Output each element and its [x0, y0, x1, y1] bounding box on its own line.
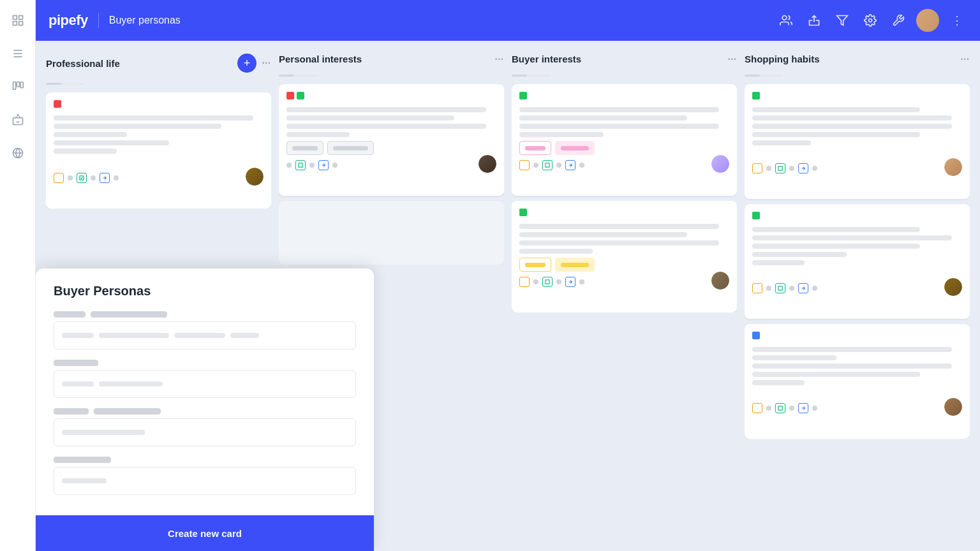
card-line	[519, 224, 719, 229]
card-dot	[533, 163, 538, 168]
svg-point-11	[17, 115, 19, 116]
card-2[interactable]	[279, 84, 504, 196]
card-line	[752, 227, 920, 232]
card-dot	[533, 279, 538, 284]
header-more-menu[interactable]: ⋮	[947, 10, 967, 31]
card-line	[519, 240, 719, 246]
form-input-4[interactable]	[54, 467, 356, 495]
form-label-row-3	[54, 408, 356, 415]
members-icon[interactable]	[776, 10, 796, 31]
card-line	[519, 115, 687, 121]
card-line	[286, 124, 486, 129]
form-label-block	[94, 408, 161, 415]
user-avatar[interactable]	[916, 9, 939, 32]
share-icon[interactable]	[804, 10, 824, 31]
form-input-1[interactable]	[54, 321, 356, 349]
card-icon-blue	[798, 283, 808, 293]
card-badges-4	[519, 258, 729, 272]
svg-rect-8	[17, 82, 19, 87]
card-1[interactable]	[46, 92, 271, 209]
card-icon-orange	[519, 160, 530, 170]
sidebar-item-list[interactable]	[8, 43, 28, 64]
card-line	[752, 364, 952, 369]
card-5[interactable]	[745, 84, 970, 199]
column-menu-personal-interests[interactable]: ⋯	[494, 54, 504, 64]
card-dot	[766, 286, 771, 291]
card-line	[519, 124, 719, 129]
card-icon-orange	[752, 403, 762, 413]
card-dot	[789, 166, 794, 171]
form-label-row-1	[54, 311, 356, 318]
filter-icon[interactable]	[832, 10, 852, 31]
column-menu-buyer-interests[interactable]: ⋯	[727, 54, 737, 64]
card-line	[752, 115, 952, 121]
column-title-personal-interests: Personal interests	[279, 54, 489, 64]
card-dot	[114, 175, 119, 180]
card-line	[519, 132, 604, 137]
form-label-block	[54, 408, 89, 415]
card-2b[interactable]	[279, 201, 504, 265]
card-tags-7	[752, 332, 962, 343]
form-input-2[interactable]	[54, 370, 356, 398]
column-progress-shopping-habits	[745, 75, 783, 77]
card-icon-green	[775, 283, 785, 293]
card-badges-2	[286, 141, 496, 155]
card-tags-6	[752, 212, 962, 223]
header-right: ⋮	[776, 9, 967, 32]
card-7[interactable]	[745, 324, 970, 439]
sidebar-item-grid[interactable]	[8, 10, 28, 31]
settings-icon[interactable]	[860, 10, 880, 31]
svg-rect-20	[778, 166, 782, 170]
card-footer-1	[54, 173, 264, 183]
form-field-1	[54, 311, 356, 349]
card-6[interactable]	[745, 204, 970, 319]
card-badge	[286, 141, 323, 155]
form-label-block	[54, 311, 85, 318]
card-line	[752, 252, 847, 257]
svg-rect-19	[546, 280, 549, 284]
card-icon-green	[295, 160, 306, 170]
column-progress-fill	[745, 75, 760, 77]
card-line	[752, 235, 952, 240]
card-dot	[766, 166, 771, 171]
card-line	[286, 107, 486, 112]
column-header-buyer-interests: Buyer interests ⋯	[512, 51, 737, 70]
svg-rect-3	[19, 22, 22, 26]
card-tags-3	[519, 92, 729, 103]
card-icon-blue	[798, 403, 808, 413]
card-line	[54, 115, 253, 121]
column-menu-shopping-habits[interactable]: ⋯	[960, 54, 970, 64]
create-card-button[interactable]: Create new card	[36, 515, 374, 551]
wrench-icon[interactable]	[888, 10, 909, 31]
column-add-btn-professional-life[interactable]: +	[237, 54, 256, 73]
card-dot	[766, 406, 771, 411]
card-avatar-3	[711, 155, 729, 173]
form-label-row-2	[54, 360, 356, 366]
header-divider	[98, 13, 99, 28]
card-line	[54, 140, 169, 145]
form-input-3[interactable]	[54, 418, 356, 446]
card-tag-green	[752, 92, 760, 99]
sidebar-item-kanban[interactable]	[8, 77, 28, 97]
card-dot	[579, 279, 584, 284]
svg-rect-22	[778, 406, 782, 410]
card-tag-green	[752, 212, 760, 219]
card-line	[752, 347, 952, 352]
card-avatar-1	[246, 168, 264, 186]
logo: pipefy	[48, 12, 88, 29]
svg-point-13	[782, 16, 787, 20]
card-4[interactable]	[512, 201, 737, 312]
card-line	[519, 249, 593, 254]
card-icon-green	[775, 403, 785, 413]
card-badge-pink-fill	[555, 141, 595, 155]
board-area: Professional life + ⋯	[36, 41, 980, 551]
sidebar-item-globe[interactable]	[8, 143, 28, 163]
column-shopping-habits: Shopping habits ⋯	[745, 51, 970, 541]
card-dot	[556, 163, 561, 168]
card-dot	[309, 163, 315, 168]
card-badge	[327, 141, 374, 155]
svg-point-15	[869, 19, 872, 22]
sidebar-item-bot[interactable]	[8, 110, 28, 130]
card-3[interactable]	[512, 84, 737, 196]
column-menu-professional-life[interactable]: ⋯	[262, 58, 271, 68]
